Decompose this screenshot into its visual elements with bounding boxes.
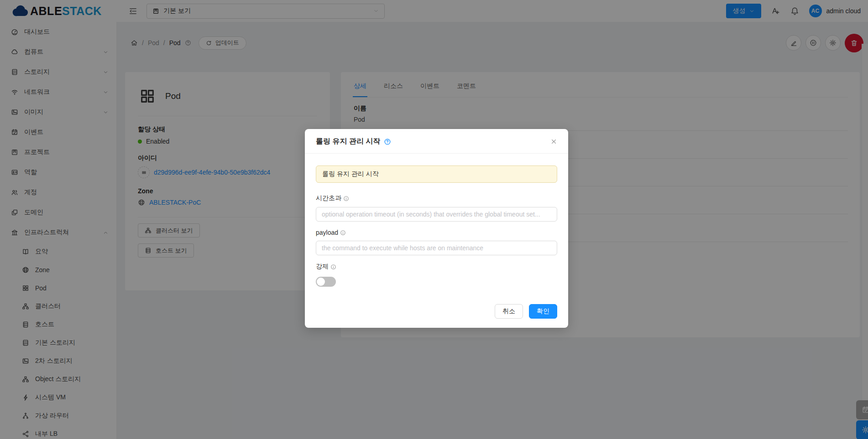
ok-button[interactable]: 확인: [529, 304, 557, 319]
payload-input[interactable]: [316, 241, 557, 255]
info-circle-icon[interactable]: [330, 264, 336, 270]
info-circle-icon[interactable]: [343, 196, 349, 201]
rolling-maintenance-modal: 롤링 유지 관리 시작 시간초과 payload 강제 취소 확인: [305, 129, 568, 328]
force-toggle[interactable]: [316, 277, 336, 287]
timeout-label: 시간초과: [316, 194, 341, 202]
modal-close-button[interactable]: [549, 136, 559, 147]
question-circle-icon[interactable]: [384, 138, 391, 145]
info-circle-icon[interactable]: [340, 230, 346, 236]
cancel-button[interactable]: 취소: [495, 304, 523, 319]
close-icon: [550, 138, 557, 145]
modal-title: 롤링 유지 관리 시작: [316, 137, 380, 146]
payload-label: payload: [316, 229, 338, 236]
maintenance-name-input[interactable]: [316, 165, 557, 183]
force-label: 강제: [316, 263, 329, 271]
timeout-input[interactable]: [316, 207, 557, 222]
